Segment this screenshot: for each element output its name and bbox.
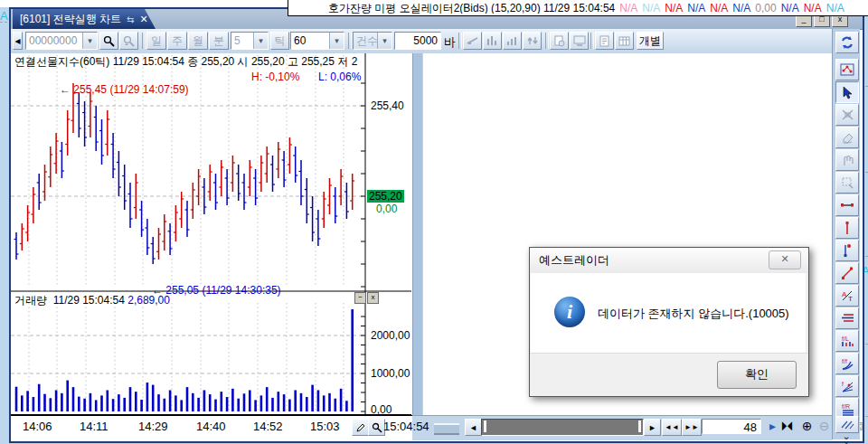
period-week-button[interactable]: 주 — [167, 32, 187, 50]
volume-chart-icon — [486, 35, 499, 46]
minute-value: 5 — [231, 34, 253, 47]
volume-pane-header: 거래량 11/29 15:04:54 2,689,00 — [14, 293, 170, 308]
scroll-right-button[interactable]: ► — [644, 419, 661, 436]
chevron-down-icon[interactable]: ▾ — [82, 33, 97, 49]
annotate-button[interactable] — [352, 419, 369, 436]
search-prev-button[interactable] — [119, 32, 138, 50]
volume-chart-button[interactable] — [483, 32, 502, 50]
dialog-titlebar[interactable]: 예스트레이더 — [530, 248, 808, 273]
eraser-tool-button[interactable] — [835, 127, 859, 148]
rewind-button[interactable]: ◄◄ — [662, 419, 682, 436]
collapse-left-button[interactable]: ◂ — [13, 32, 23, 50]
search-back-icon — [123, 35, 135, 47]
chart-canvas[interactable] — [11, 53, 412, 415]
bar-count-input[interactable]: 5000 — [394, 32, 441, 50]
symbol-combo[interactable]: 00000000 ▾ — [25, 32, 98, 50]
crosshair-tool-button[interactable] — [835, 104, 859, 126]
cursor-tool-button[interactable] — [835, 81, 859, 103]
sidebar-scroll-down-chevron[interactable]: ⌄⌄ — [840, 434, 853, 443]
scrollbar-thumb[interactable] — [484, 420, 486, 432]
parallel-lines-tool-button[interactable] — [835, 307, 859, 329]
time-axis-label: 14:29 — [138, 420, 168, 433]
sort-arrows-button[interactable] — [523, 32, 542, 50]
minute-combo[interactable]: 5 ▾ — [231, 32, 269, 50]
period-day-button[interactable]: 일 — [146, 32, 166, 50]
svg-text:A: A — [842, 290, 847, 298]
period-month-button[interactable]: 월 — [188, 32, 208, 50]
screen-capture-button[interactable] — [570, 32, 589, 50]
scrollbar-track[interactable] — [481, 419, 644, 436]
high-annotation: ← 255,45 (11/29 14:07:59) — [60, 83, 189, 96]
copy-chart-button[interactable] — [550, 32, 569, 50]
tick-button[interactable]: 틱 — [270, 32, 289, 50]
tab-strategy-chart[interactable]: [6101] 전략실행 차트 ⇆ ✕ — [13, 9, 156, 29]
volume-axis-label: 2000,00 — [371, 329, 410, 342]
table-icon — [618, 35, 630, 47]
diagonal-line-tool-button[interactable] — [835, 262, 859, 284]
anchored-line-icon — [842, 243, 853, 258]
indicator-value: N/A — [619, 2, 637, 14]
current-price-badge: 255,20 — [367, 190, 404, 203]
fast-forward-button[interactable]: ►► — [682, 419, 702, 436]
svg-text:f/f: f/f — [842, 358, 847, 364]
tick-count-combo[interactable]: 60 ▾ — [290, 32, 344, 50]
toolbar-separator — [458, 33, 462, 49]
price-pane-header: 연결선물지수(60틱) 11/29 15:04:54 종 255,20 시 25… — [14, 54, 365, 70]
trading-app-screen: 호가잔량 미평 오실레이터2(Bids) (15,20,90) 11/29 15… — [0, 0, 868, 444]
fib-fan-icon: f — [841, 380, 854, 393]
visible-bars-input[interactable]: 48 — [702, 419, 761, 434]
chevron-down-icon[interactable]: ▾ — [329, 33, 344, 49]
trendline-icon — [840, 201, 854, 210]
bar-chart-button[interactable] — [503, 32, 522, 50]
pane-close-button[interactable]: x — [367, 292, 379, 304]
chevron-down-icon[interactable]: ▾ — [253, 33, 268, 49]
left-arrow-icon: ← — [60, 83, 71, 96]
fib-channel-tool-button[interactable]: f/f — [835, 353, 859, 374]
search-symbol-button[interactable] — [99, 32, 118, 50]
hand-tool-button[interactable] — [835, 149, 859, 171]
region-zoom-button[interactable] — [835, 172, 859, 194]
dialog-close-button[interactable]: ✕ — [769, 250, 801, 269]
report-icon — [599, 35, 610, 47]
low-annotation: ← 255,05 (11/29 14:30:35) — [152, 284, 281, 297]
scrollbar-thumb[interactable] — [638, 420, 641, 432]
refresh-button[interactable] — [835, 32, 859, 53]
splitter-grip[interactable] — [434, 423, 459, 435]
time-axis-label: 15:03 — [310, 420, 340, 433]
anchored-line-tool-button[interactable] — [835, 240, 859, 261]
trendline-tool-button[interactable] — [835, 194, 859, 216]
diagonal-line-icon — [841, 267, 854, 279]
report-button[interactable] — [595, 32, 614, 50]
indicator-value: N/A — [732, 2, 750, 14]
chart-toolbar: ◂ 00000000 ▾ 일 주 월 분 5 ▾ 틱 60 ▾ — [11, 29, 832, 54]
chevron-down-icon: ⌄ — [842, 435, 850, 444]
go-to-end-icon[interactable]: ⏵⏴ — [779, 420, 795, 434]
draw-tool-button[interactable] — [463, 32, 482, 50]
zoom-out-button[interactable]: ⊖ — [816, 420, 832, 434]
fib-fan-tool-button[interactable]: f — [835, 375, 859, 397]
chevron-down-icon[interactable]: ▾ — [377, 33, 392, 49]
text-tool-button[interactable]: AT — [835, 285, 859, 307]
parallel-lines-icon — [840, 313, 854, 324]
tick-count-value: 60 — [291, 34, 329, 47]
eraser-off-icon — [841, 131, 854, 144]
period-minute-button[interactable]: 분 — [209, 32, 229, 50]
table-view-button[interactable] — [615, 32, 634, 50]
time-axis-label: 14:11 — [80, 420, 108, 433]
fib-lines-tool-button[interactable]: f/L — [835, 330, 859, 352]
individual-button[interactable]: 개별 — [637, 32, 664, 50]
pattern-grid-button[interactable] — [835, 59, 859, 80]
step-forward-icon[interactable]: ▸ — [765, 420, 780, 434]
pane-minimize-button[interactable]: − — [354, 292, 366, 304]
scroll-left-button[interactable]: ◄ — [465, 419, 482, 436]
refresh-icon — [840, 35, 854, 50]
zoom-in-button[interactable]: ⊕ — [799, 420, 815, 434]
low-annotation-text: 255,05 (11/29 14:30:35) — [165, 284, 280, 297]
cursor-icon — [841, 86, 854, 99]
tab-close-icon[interactable]: ✕ — [139, 14, 147, 25]
vertical-line-icon — [843, 221, 852, 235]
ok-button[interactable]: 확인 — [717, 361, 797, 389]
vertical-line-tool-button[interactable] — [835, 217, 859, 239]
indicator-readout: 호가잔량 미평 오실레이터2(Bids) (15,20,90) 11/29 15… — [328, 1, 866, 14]
count-mode-combo[interactable]: 건수 ▾ — [353, 32, 392, 50]
